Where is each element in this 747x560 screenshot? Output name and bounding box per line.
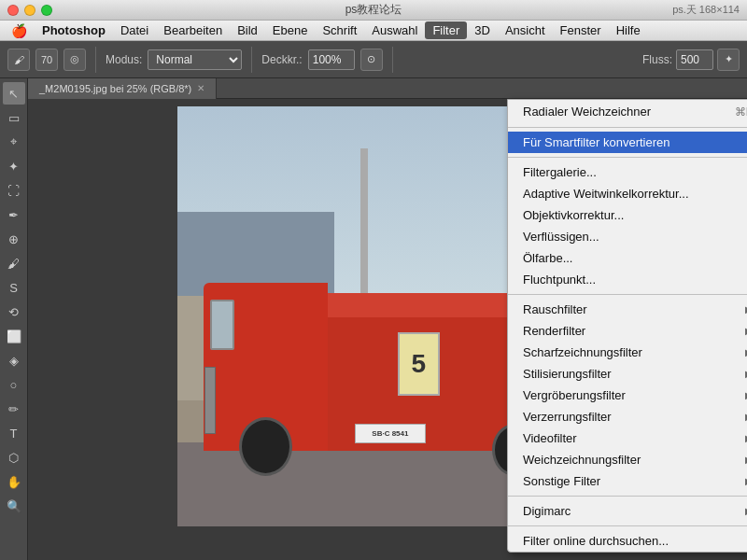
- filter-menu-item-adaptive[interactable]: Adaptive Weitwinkelkorrektur...: [508, 183, 747, 204]
- tool-dodge[interactable]: ○: [3, 373, 25, 396]
- tool-history[interactable]: ⟲: [3, 301, 25, 323]
- filter-menu-item-render[interactable]: Renderfilter ▶: [508, 320, 747, 342]
- system-menu-bar: 🍎 Photoshop Datei Bearbeiten Bild Ebene …: [0, 21, 747, 41]
- fluss-input[interactable]: [676, 49, 713, 70]
- minimize-button[interactable]: [24, 5, 35, 16]
- apple-logo-icon[interactable]: 🍎: [11, 23, 27, 38]
- fluss-label: Fluss:: [642, 53, 672, 66]
- filter-menu-item-stylize[interactable]: Stilisierungsfilter ▶: [508, 363, 747, 385]
- filter-menu-item-vanishing[interactable]: Fluchtpunkt...: [508, 269, 747, 290]
- menu-3d[interactable]: 3D: [467, 21, 498, 39]
- menu-hilfe[interactable]: Hilfe: [609, 21, 648, 39]
- filter-blur-label: Weichzeichnungsfilter: [523, 453, 641, 467]
- filter-stylize-label: Stilisierungsfilter: [523, 367, 612, 381]
- menu-ansicht[interactable]: Ansicht: [498, 21, 553, 39]
- airbrush-icon[interactable]: ✦: [717, 49, 740, 71]
- tool-pen[interactable]: ✏: [3, 398, 25, 420]
- filter-other-label: Sonstige Filter: [523, 474, 600, 488]
- filter-fluid-label: Verflüssigen...: [523, 230, 599, 244]
- canvas-area: _M2M0195.jpg bei 25% (RGB/8*) ✕: [28, 78, 747, 560]
- tool-gradient[interactable]: ◈: [3, 349, 25, 371]
- truck-number: 5: [398, 332, 441, 396]
- size-input[interactable]: 70: [35, 49, 58, 71]
- filter-video-label: Videofilter: [523, 431, 577, 445]
- filter-vanishing-label: Fluchtpunkt...: [523, 273, 596, 287]
- filter-digimarc-label: Digimarc: [523, 504, 571, 518]
- tool-text[interactable]: T: [3, 422, 25, 444]
- filter-menu-item-gallery[interactable]: Filtergalerie...: [508, 161, 747, 183]
- canvas-tab[interactable]: _M2M0195.jpg bei 25% (RGB/8*) ✕: [28, 78, 217, 99]
- filter-smartfilter-label: Für Smartfilter konvertieren: [523, 135, 670, 149]
- tool-zoom[interactable]: 🔍: [3, 495, 25, 517]
- filter-menu-item-digimarc[interactable]: Digimarc ▶: [508, 500, 747, 522]
- filter-sharp-label: Scharfzeichnungsfilter: [523, 345, 642, 359]
- filter-menu-item-sharp[interactable]: Scharfzeichnungsfilter ▶: [508, 342, 747, 363]
- filter-distort-label: Verzerrungsfilter: [523, 410, 612, 424]
- menu-filter[interactable]: Filter: [425, 21, 467, 39]
- modus-select[interactable]: Normal Multiplizieren Aufhellen: [148, 49, 242, 70]
- filter-menu-item-radial[interactable]: Radialer Weichzeichner ⌘F: [508, 100, 747, 123]
- tool-shape[interactable]: ⬡: [3, 446, 25, 469]
- filter-menu-item-pixelate[interactable]: Vergröberungsfilter ▶: [508, 385, 747, 406]
- menu-ebene[interactable]: Ebene: [265, 21, 316, 39]
- deckkr-label: Deckkr.:: [261, 53, 302, 66]
- filter-menu-item-other[interactable]: Sonstige Filter ▶: [508, 470, 747, 492]
- filter-pixelate-label: Vergröberungsfilter: [523, 388, 626, 402]
- filter-menu-item-fluid[interactable]: Verflüssigen...: [508, 226, 747, 247]
- menu-fenster[interactable]: Fenster: [553, 21, 609, 39]
- toolbar-sep-1: [95, 47, 96, 73]
- filter-menu-item-blur[interactable]: Weichzeichnungsfilter ▶: [508, 449, 747, 470]
- modus-label: Modus:: [106, 53, 142, 66]
- deckkr-icon[interactable]: ⊙: [360, 49, 383, 71]
- filter-menu-item-obj[interactable]: Objektivkorrektur...: [508, 204, 747, 226]
- filter-menu-item-noise[interactable]: Rauschfilter ▶: [508, 299, 747, 320]
- tool-brush[interactable]: 🖌: [3, 252, 25, 274]
- filter-radial-label: Radialer Weichzeichner: [523, 105, 651, 119]
- toolbar-sep-2: [251, 47, 252, 73]
- menu-schrift[interactable]: Schrift: [315, 21, 364, 39]
- maximize-button[interactable]: [41, 5, 52, 16]
- filter-gallery-label: Filtergalerie...: [523, 165, 597, 179]
- menu-bild[interactable]: Bild: [230, 21, 265, 39]
- brush-preset-icon[interactable]: ◎: [63, 49, 86, 71]
- menu-datei[interactable]: Datei: [113, 21, 156, 39]
- deckkr-input[interactable]: [308, 49, 355, 70]
- close-button[interactable]: [7, 5, 19, 16]
- tool-eyedropper[interactable]: ✒: [3, 203, 25, 226]
- tool-heal[interactable]: ⊕: [3, 228, 25, 250]
- left-toolbar: ↖ ▭ ⌖ ✦ ⛶ ✒ ⊕ 🖌 S ⟲ ⬜ ◈ ○ ✏ T ⬡ ✋ 🔍: [0, 78, 28, 560]
- window-controls[interactable]: [7, 5, 52, 16]
- truck-wheel-left: [239, 417, 292, 476]
- truck-grille: [204, 367, 216, 434]
- filter-menu-item-online[interactable]: Filter online durchsuchen...: [508, 530, 747, 552]
- filter-menu[interactable]: Radialer Weichzeichner ⌘F Für Smartfilte…: [507, 99, 747, 553]
- tool-eraser[interactable]: ⬜: [3, 325, 25, 347]
- tool-clone[interactable]: S: [3, 276, 25, 299]
- filter-sep-3: [508, 294, 747, 295]
- tool-select-rect[interactable]: ▭: [3, 106, 25, 129]
- tool-hand[interactable]: ✋: [3, 470, 25, 493]
- canvas-tab-label: _M2M0195.jpg bei 25% (RGB/8*): [39, 83, 191, 94]
- truck-windows: [210, 300, 235, 350]
- filter-menu-item-smartfilter[interactable]: Für Smartfilter konvertieren: [508, 132, 747, 153]
- menu-auswahl[interactable]: Auswahl: [364, 21, 425, 39]
- tool-lasso[interactable]: ⌖: [3, 131, 25, 153]
- app-toolbar: 🖌 70 ◎ Modus: Normal Multiplizieren Aufh…: [0, 41, 747, 78]
- filter-sep-2: [508, 157, 747, 158]
- tool-magic-wand[interactable]: ✦: [3, 155, 25, 177]
- filter-obj-label: Objektivkorrektur...: [523, 208, 624, 222]
- menu-bearbeiten[interactable]: Bearbeiten: [156, 21, 230, 39]
- filter-menu-item-video[interactable]: Videofilter ▶: [508, 427, 747, 449]
- filter-sep-4: [508, 496, 747, 497]
- filter-radial-shortcut: ⌘F: [735, 105, 747, 119]
- brush-tool-icon[interactable]: 🖌: [7, 49, 30, 71]
- tool-crop[interactable]: ⛶: [3, 179, 25, 202]
- filter-menu-item-oil[interactable]: Ölfarbe...: [508, 247, 747, 269]
- filter-menu-item-distort[interactable]: Verzerrungsfilter ▶: [508, 406, 747, 427]
- canvas-tab-close[interactable]: ✕: [197, 83, 204, 93]
- tool-move[interactable]: ↖: [3, 82, 25, 105]
- menu-photoshop[interactable]: Photoshop: [35, 21, 113, 39]
- toolbar-sep-3: [392, 47, 393, 73]
- license-plate: SB∙C 8541: [355, 424, 426, 442]
- filter-noise-label: Rauschfilter: [523, 302, 587, 316]
